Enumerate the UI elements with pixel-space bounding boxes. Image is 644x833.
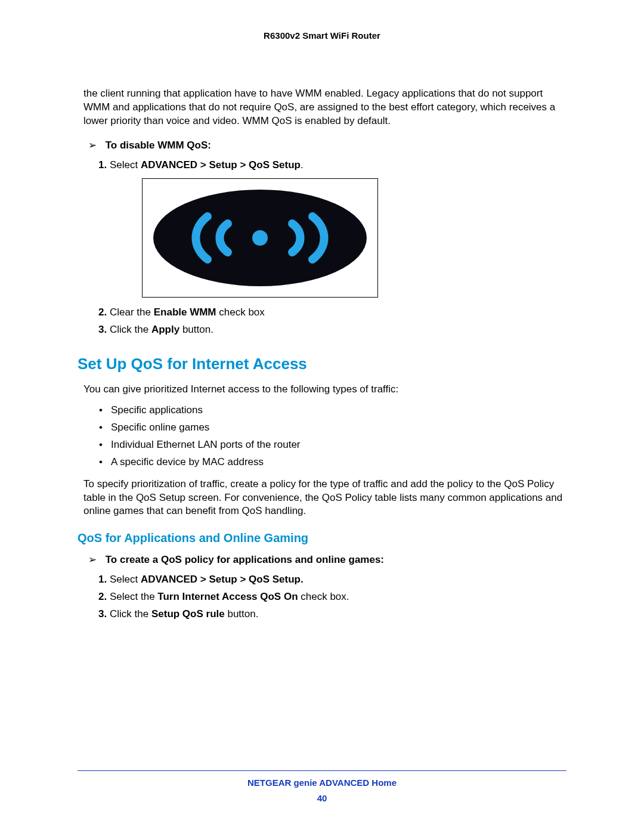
paragraph-qos-intro: You can give prioritized Internet access… xyxy=(83,383,566,397)
step-2: Select the Turn Internet Access QoS On c… xyxy=(110,590,566,604)
wifi-icon-figure xyxy=(142,178,378,298)
chevron-right-icon: ➢ xyxy=(88,554,97,565)
list-item: Specific applications xyxy=(99,404,566,417)
task-heading-disable-wmm: ➢ To disable WMM QoS: xyxy=(88,139,566,153)
page-number: 40 xyxy=(78,792,566,804)
steps-disable-wmm: Select ADVANCED > Setup > QoS Setup. xyxy=(93,159,566,337)
step-1: Select ADVANCED > Setup > QoS Setup. xyxy=(110,573,566,587)
list-item: Specific online games xyxy=(99,421,566,435)
chevron-right-icon: ➢ xyxy=(88,140,97,151)
wifi-signal-icon xyxy=(153,190,367,286)
step-1: Select ADVANCED > Setup > QoS Setup. xyxy=(110,159,566,298)
wifi-waves-icon xyxy=(171,202,349,274)
step-2: Clear the Enable WMM check box xyxy=(110,306,566,320)
paragraph-qos-policy: To specify prioritization of traffic, cr… xyxy=(83,478,566,519)
manual-page: R6300v2 Smart WiFi Router the client run… xyxy=(0,0,644,833)
steps-create-policy: Select ADVANCED > Setup > QoS Setup. Sel… xyxy=(93,573,566,621)
section-heading-qos-internet: Set Up QoS for Internet Access xyxy=(78,354,566,374)
step-3: Click the Apply button. xyxy=(110,323,566,337)
svg-point-0 xyxy=(252,230,268,246)
page-footer: NETGEAR genie ADVANCED Home 40 xyxy=(78,770,566,805)
intro-paragraph: the client running that application have… xyxy=(83,87,566,128)
task-title: To disable WMM QoS: xyxy=(106,140,211,151)
task-heading-create-policy: ➢ To create a QoS policy for application… xyxy=(88,553,566,567)
task-title: To create a QoS policy for applications … xyxy=(106,554,384,565)
list-item: A specific device by MAC address xyxy=(99,456,566,469)
page-header: R6300v2 Smart WiFi Router xyxy=(78,30,566,42)
traffic-types-list: Specific applications Specific online ga… xyxy=(99,404,566,469)
step-3: Click the Setup QoS rule button. xyxy=(110,608,566,621)
list-item: Individual Ethernet LAN ports of the rou… xyxy=(99,438,566,452)
footer-title: NETGEAR genie ADVANCED Home xyxy=(78,777,566,789)
section-heading-qos-gaming: QoS for Applications and Online Gaming xyxy=(78,530,566,546)
